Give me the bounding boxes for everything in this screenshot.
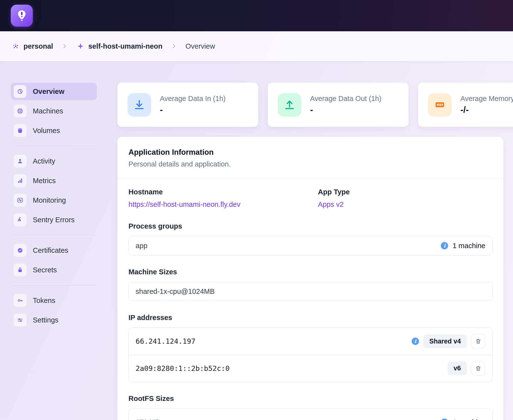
sentry-icon (14, 213, 26, 226)
sidebar-item-machines[interactable]: Machines (11, 102, 97, 120)
chevron-right-icon (61, 43, 68, 49)
info-icon[interactable]: i (441, 419, 448, 420)
app-type-link[interactable]: Apps v2 (318, 200, 344, 209)
ip-address-value: 2a09:8280:1::2b:b52c:0 (136, 364, 230, 373)
machine-sizes-label: Machine Sizes (128, 268, 492, 276)
delete-ip-button[interactable] (471, 334, 485, 348)
rootfs-sizes-label: RootFS Sizes (128, 395, 492, 403)
ip-address-row: 66.241.124.197 i Shared v4 (129, 328, 492, 355)
lock-icon (14, 264, 26, 276)
info-icon[interactable]: i (441, 242, 448, 249)
ip-address-value: 66.241.124.197 (136, 337, 195, 345)
sidebar-item-overview[interactable]: Overview (11, 83, 97, 100)
stat-card-data-in: Average Data In (1h) - (117, 83, 258, 127)
breadcrumb-app[interactable]: self-host-umami-neon (88, 42, 163, 50)
pie-chart-icon (14, 85, 26, 98)
ip-addresses-section: IP addresses 66.241.124.197 i Shared v4 (128, 314, 492, 382)
hostname-field: Hostname https://self-host-umami-neon.fl… (128, 188, 318, 209)
ip-type-badge: v6 (448, 362, 467, 375)
memory-chip-icon (428, 93, 452, 117)
sidebar-divider (13, 285, 96, 285)
sidebar-item-label: Metrics (33, 177, 56, 185)
delete-ip-button[interactable] (471, 361, 485, 376)
organization-icon (11, 42, 20, 51)
machine-size-value: shared-1x-cpu@1024MB (136, 287, 215, 296)
balloon-icon (15, 9, 28, 22)
machine-sizes-section: Machine Sizes shared-1x-cpu@1024MB (128, 268, 492, 301)
sidebar-item-volumes[interactable]: Volumes (11, 122, 97, 139)
sidebar-item-label: Activity (33, 157, 55, 165)
machine-count: 1 machine (453, 418, 485, 420)
sidebar-item-secrets[interactable]: Secrets (11, 261, 97, 279)
breadcrumb: personal self-host-umami-neon Overview (0, 31, 513, 61)
breadcrumb-org[interactable]: personal (23, 42, 53, 50)
sidebar-item-label: Tokens (33, 297, 55, 305)
process-groups-section: Process groups app i 1 machine (128, 222, 492, 255)
stat-label: Average Data Out (1h) (310, 95, 381, 103)
sidebar-divider (13, 235, 96, 235)
bar-chart-icon (14, 174, 26, 187)
stat-value: - (310, 105, 381, 115)
arrow-up-from-line-icon (278, 93, 301, 117)
ip-address-row: 2a09:8280:1::2b:b52c:0 v6 (129, 355, 492, 382)
sidebar-item-label: Volumes (33, 127, 60, 135)
database-icon (14, 124, 26, 137)
stat-cards-row: Average Data In (1h) - Average Data Out … (117, 83, 513, 127)
sparkle-icon (76, 42, 85, 51)
sidebar-item-tokens[interactable]: Tokens (11, 292, 97, 309)
info-icon[interactable]: i (412, 338, 419, 345)
sliders-icon (14, 314, 26, 326)
machine-count: 1 machine (453, 242, 485, 250)
card-subtitle: Personal details and application. (128, 160, 492, 168)
hostname-link[interactable]: https://self-host-umami-neon.fly.dev (128, 200, 240, 209)
breadcrumb-page: Overview (186, 42, 215, 50)
topbar (0, 0, 513, 31)
user-activity-icon (14, 155, 26, 167)
app-type-field: App Type Apps v2 (318, 188, 492, 209)
stat-value: -/- (460, 105, 513, 115)
sidebar-item-settings[interactable]: Settings (11, 311, 97, 329)
sidebar-item-certificates[interactable]: Certificates (11, 242, 97, 259)
card-title: Application Information (128, 148, 492, 157)
trash-icon (475, 338, 481, 344)
stat-value: - (160, 105, 226, 115)
sidebar-item-label: Monitoring (33, 196, 66, 204)
sidebar-item-label: Sentry Errors (33, 216, 75, 224)
process-groups-label: Process groups (128, 222, 492, 230)
process-group-row: app i 1 machine (129, 236, 492, 255)
sidebar-item-label: Overview (33, 88, 64, 96)
hostname-label: Hostname (128, 188, 318, 196)
process-group-name: app (136, 242, 147, 250)
sidebar-item-label: Machines (33, 107, 63, 115)
card-header: Application Information Personal details… (118, 137, 503, 178)
machine-size-row: shared-1x-cpu@1024MB (129, 282, 492, 301)
main-content: Average Data In (1h) - Average Data Out … (113, 61, 513, 420)
fly-logo[interactable] (11, 5, 33, 27)
cpu-chip-icon (14, 105, 26, 117)
sidebar-item-label: Certificates (33, 246, 68, 254)
sidebar-item-monitoring[interactable]: Monitoring (11, 191, 97, 209)
badge-check-icon (14, 244, 26, 257)
sidebar-item-metrics[interactable]: Metrics (11, 172, 97, 189)
rootfs-size-value: 171 MB (136, 418, 160, 420)
sidebar-item-activity[interactable]: Activity (11, 152, 97, 170)
trash-icon (475, 365, 481, 372)
application-information-card: Application Information Personal details… (117, 137, 503, 420)
sidebar-item-sentry-errors[interactable]: Sentry Errors (11, 211, 97, 229)
ip-type-badge: Shared v4 (423, 335, 467, 348)
ip-addresses-label: IP addresses (128, 314, 492, 322)
stat-label: Average Memory (460, 95, 513, 103)
rootfs-row: 171 MB i 1 machine (129, 409, 492, 420)
key-icon (14, 294, 26, 307)
app-type-label: App Type (318, 188, 492, 196)
arrow-down-to-line-icon (128, 93, 151, 117)
rootfs-sizes-section: RootFS Sizes 171 MB i 1 machine (128, 395, 492, 420)
stat-label: Average Data In (1h) (160, 95, 226, 103)
stat-card-memory: Average Memory -/- (418, 83, 513, 127)
sidebar-item-label: Settings (33, 316, 58, 324)
chevron-right-icon (171, 43, 177, 49)
sidebar-item-label: Secrets (33, 266, 57, 274)
sidebar: Overview Machines Volumes (0, 61, 113, 420)
sidebar-divider (13, 146, 96, 146)
stat-card-data-out: Average Data Out (1h) - (268, 83, 408, 127)
